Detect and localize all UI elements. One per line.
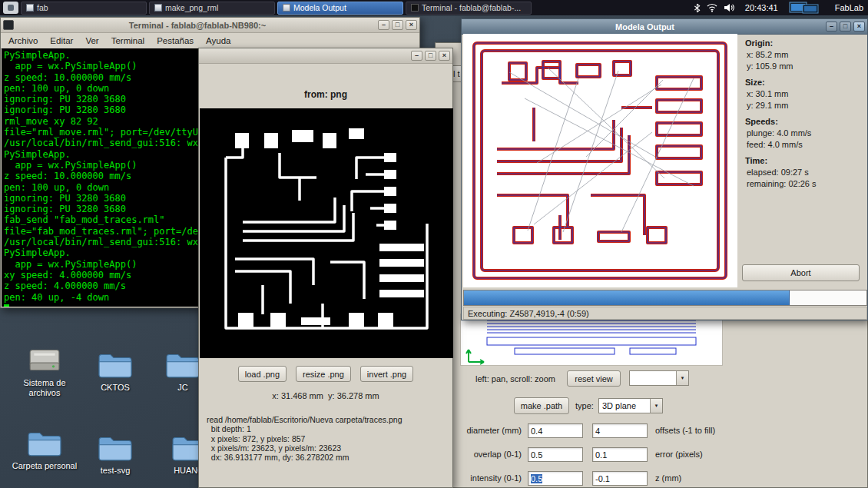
abort-button[interactable]: Abort: [742, 264, 860, 281]
bluetooth-icon[interactable]: [694, 3, 701, 13]
folder-icon: [98, 350, 133, 380]
speeds-heading: Speeds:: [745, 117, 866, 126]
png-heading: from: png: [199, 89, 452, 100]
terminal-cursor: [4, 304, 9, 307]
desktop-icon-sistema-de-archivos[interactable]: Sistema de archivos: [11, 346, 78, 397]
error-input[interactable]: [592, 447, 648, 462]
terminal-titlebar[interactable]: Terminal - fablab@fablab-NB980:~ – □ ×: [1, 18, 419, 33]
folder-icon: [27, 429, 62, 458]
type-label: type:: [575, 401, 594, 410]
taskbar-window-fab[interactable]: fab: [21, 2, 147, 15]
overlap-input[interactable]: [528, 447, 583, 462]
milling-paths-image: [463, 34, 737, 287]
load-png-button[interactable]: load .png: [238, 366, 287, 382]
modela-status: Executing: Z4587,4919,-4 (0:59): [463, 307, 867, 320]
taskbar-window-terminal[interactable]: Terminal - fablab@fablab-...: [406, 2, 532, 15]
menu-terminal[interactable]: Terminal: [105, 35, 151, 47]
z-input[interactable]: [592, 471, 648, 486]
desktop-icon-label: Carpeta personal: [12, 461, 77, 471]
minimize-button[interactable]: –: [411, 51, 422, 61]
folder-icon: [165, 350, 200, 380]
png-canvas[interactable]: [200, 108, 453, 358]
folder-icon: [98, 433, 133, 463]
window-icon: [283, 4, 290, 12]
menu-editar[interactable]: Editar: [44, 35, 79, 47]
view-hint: left: pan, scroll: zoom: [475, 374, 555, 383]
menu-ayuda[interactable]: Ayuda: [200, 35, 237, 47]
wifi-icon[interactable]: [707, 3, 717, 12]
taskbar-window-label: make_png_rml: [165, 3, 218, 12]
diameter-input[interactable]: [528, 423, 583, 438]
desktop-icon-label: Sistema de archivos: [11, 378, 78, 397]
window-icon: [154, 4, 162, 12]
type-select[interactable]: 3D plane ▼: [598, 398, 663, 413]
png-window-titlebar[interactable]: – □ ×: [199, 48, 452, 64]
time-elapsed: elapsed: 09:27 s: [745, 168, 866, 177]
origin-x: x: 85.2 mm: [745, 50, 866, 59]
system-tray: 20:43:41 FabLab: [694, 2, 865, 14]
window-icon: [26, 4, 34, 12]
invert-png-button[interactable]: invert .png: [360, 366, 413, 382]
menu-ver[interactable]: Ver: [79, 35, 104, 47]
feed-speed: feed: 4.0 mm/s: [745, 140, 866, 149]
modela-canvas: [463, 34, 737, 287]
terminal-icon: [3, 20, 14, 30]
intensity-input[interactable]: 0.5: [528, 471, 583, 486]
view-select[interactable]: ▼: [629, 370, 689, 386]
modela-window: Modela Output – □ ×: [461, 18, 868, 320]
close-button[interactable]: ×: [439, 51, 450, 61]
size-x: x: 30.1 mm: [745, 89, 866, 98]
desktop-icon-test-svg[interactable]: test-svg: [86, 433, 144, 476]
maximize-button[interactable]: □: [425, 51, 436, 61]
view-select-value: [630, 371, 676, 385]
menu-archivo[interactable]: Archivo: [2, 35, 44, 47]
resize-png-button[interactable]: resize .png: [296, 366, 351, 382]
type-select-value: 3D plane: [599, 399, 650, 413]
terminal-output-text: PySimpleApp. app = wx.PySimpleApp() z sp…: [4, 50, 215, 303]
taskbar-window-modela-output[interactable]: Modela Output: [277, 2, 403, 15]
toolpath-preview-image: [461, 314, 722, 365]
desktop-icon-cktos[interactable]: CKTOS: [86, 350, 144, 393]
make-path-button[interactable]: make .path: [514, 397, 569, 414]
window-icon: [411, 4, 419, 12]
intensity-selected-text: 0.5: [531, 474, 542, 483]
applications-menu-button[interactable]: [3, 2, 18, 14]
plunge-speed: plunge: 4.0 mm/s: [745, 128, 866, 138]
menu-pestanas[interactable]: Pestañas: [151, 35, 200, 47]
z-label: z (mm): [655, 473, 681, 483]
minimize-button[interactable]: –: [826, 22, 837, 32]
close-button[interactable]: ×: [406, 20, 417, 30]
close-button[interactable]: ×: [853, 22, 865, 32]
taskbar-window-label: Modela Output: [293, 3, 346, 12]
offsets-input[interactable]: [592, 423, 648, 438]
modela-titlebar[interactable]: Modela Output – □ ×: [462, 19, 867, 35]
maximize-button[interactable]: □: [392, 20, 403, 30]
terminal-menubar: Archivo Editar Ver Terminal Pestañas Ayu…: [1, 33, 419, 49]
intensity-label: intensity (0-1): [442, 473, 522, 483]
desktop-icon-label: test-svg: [101, 466, 131, 476]
progress-bar: [463, 290, 867, 306]
display-icon[interactable]: [789, 2, 820, 14]
terminal-title: Terminal - fablab@fablab-NB980:~: [17, 21, 378, 30]
chevron-down-icon: ▼: [650, 399, 662, 413]
minimize-button[interactable]: –: [378, 20, 389, 30]
error-label: error (pixels): [655, 450, 703, 459]
overlap-label: overlap (0-1): [442, 450, 522, 459]
taskbar-window-label: Terminal - fablab@fablab-...: [422, 3, 521, 12]
offsets-label: offsets (-1 to fill): [655, 426, 715, 435]
reset-view-button[interactable]: reset view: [567, 370, 621, 387]
path-canvas[interactable]: [460, 314, 723, 366]
taskbar-window-make-png-rml[interactable]: make_png_rml: [149, 2, 275, 15]
volume-icon[interactable]: [724, 3, 734, 12]
maximize-button[interactable]: □: [840, 22, 851, 32]
desktop-icon-carpeta-personal[interactable]: Carpeta personal: [11, 429, 78, 471]
time-heading: Time:: [745, 156, 866, 165]
panel-brand-label: FabLab: [835, 3, 863, 12]
chevron-down-icon: ▼: [676, 371, 688, 385]
png-window: – □ × from: png: [198, 48, 453, 488]
origin-heading: Origin:: [745, 38, 866, 48]
desktop-icon-label: CKTOS: [101, 383, 130, 393]
modela-info-panel: Origin: x: 85.2 mm y: 105.9 mm Size: x: …: [737, 34, 866, 287]
modela-title: Modela Output: [464, 22, 826, 32]
clock[interactable]: 20:43:41: [745, 3, 778, 12]
